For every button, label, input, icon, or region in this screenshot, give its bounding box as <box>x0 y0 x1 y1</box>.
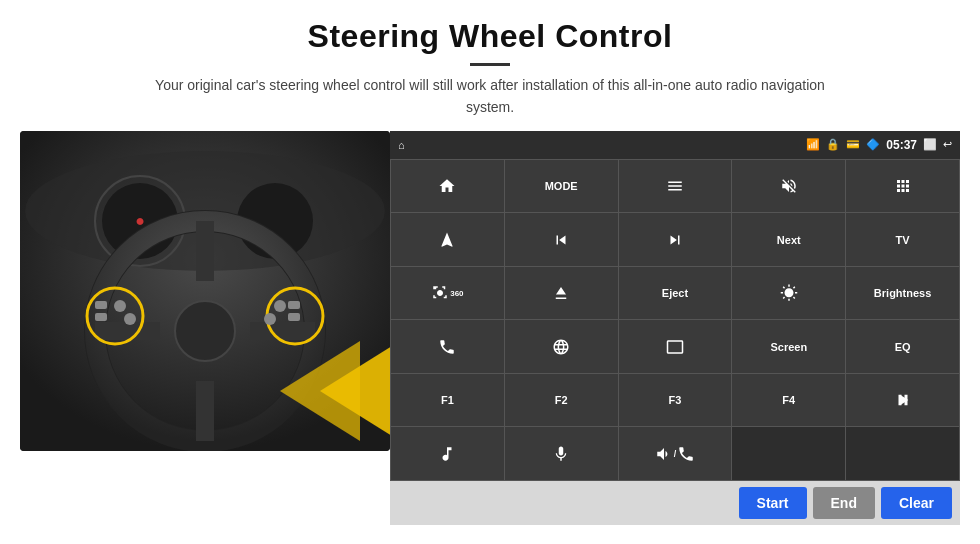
screen-button[interactable] <box>619 320 732 373</box>
radio-button[interactable]: Eject <box>619 267 732 320</box>
media-button[interactable]: TV <box>846 213 959 266</box>
vol-call-button[interactable]: / <box>619 427 732 480</box>
eq-button[interactable]: Screen <box>732 320 845 373</box>
page-header: Steering Wheel Control Your original car… <box>0 0 980 131</box>
panel-bottom: Start End Clear <box>390 481 960 525</box>
playpause-button[interactable] <box>846 374 959 427</box>
status-left: ⌂ <box>398 139 405 151</box>
svg-rect-15 <box>95 301 107 309</box>
brightness-button[interactable] <box>732 267 845 320</box>
f1-button[interactable]: EQ <box>846 320 959 373</box>
status-time: 05:37 <box>886 138 917 152</box>
main-content: ● <box>20 131 960 481</box>
home-button[interactable] <box>391 160 504 213</box>
camera360-button[interactable]: 360 <box>391 267 504 320</box>
svg-point-12 <box>175 301 235 361</box>
phone-button[interactable] <box>391 320 504 373</box>
svg-rect-20 <box>288 313 300 321</box>
home-icon[interactable]: ⌂ <box>398 139 405 151</box>
card-icon: 💳 <box>846 138 860 151</box>
screen-icon: ⬜ <box>923 138 937 151</box>
button-grid: MODE Next <box>390 159 960 481</box>
back-icon[interactable]: ↩ <box>943 138 952 151</box>
svg-rect-19 <box>288 301 300 309</box>
navigate-button[interactable] <box>391 213 504 266</box>
mute-button[interactable] <box>732 160 845 213</box>
svg-point-17 <box>114 300 126 312</box>
f4-button[interactable]: F3 <box>619 374 732 427</box>
spacer <box>20 481 390 525</box>
prev-button[interactable] <box>505 213 618 266</box>
bottom-container: Start End Clear <box>20 481 960 525</box>
dvd-button[interactable]: Brightness <box>846 267 959 320</box>
next-button[interactable] <box>619 213 732 266</box>
lock-icon: 🔒 <box>826 138 840 151</box>
control-panel: ⌂ 📶 🔒 💳 🔷 05:37 ⬜ ↩ MODE <box>390 131 960 481</box>
svg-rect-16 <box>95 313 107 321</box>
eject-button[interactable] <box>505 267 618 320</box>
list-button[interactable] <box>619 160 732 213</box>
wifi-icon: 📶 <box>806 138 820 151</box>
svg-point-18 <box>124 313 136 325</box>
f5-button[interactable]: F4 <box>732 374 845 427</box>
svg-text:●: ● <box>135 212 145 229</box>
browser-button[interactable] <box>505 320 618 373</box>
empty-1 <box>732 427 845 480</box>
svg-point-21 <box>274 300 286 312</box>
steering-wheel-image: ● <box>20 131 390 451</box>
empty-2 <box>846 427 959 480</box>
apps-button[interactable] <box>846 160 959 213</box>
tv-button[interactable]: Next <box>732 213 845 266</box>
status-bar: ⌂ 📶 🔒 💳 🔷 05:37 ⬜ ↩ <box>390 131 960 159</box>
title-divider <box>470 63 510 66</box>
end-button[interactable]: End <box>813 487 875 519</box>
start-button[interactable]: Start <box>739 487 807 519</box>
mode-button[interactable]: MODE <box>505 160 618 213</box>
music-button[interactable] <box>391 427 504 480</box>
f2-button[interactable]: F1 <box>391 374 504 427</box>
page-title: Steering Wheel Control <box>40 18 940 55</box>
bluetooth-icon: 🔷 <box>866 138 880 151</box>
svg-point-22 <box>264 313 276 325</box>
clear-button[interactable]: Clear <box>881 487 952 519</box>
page-description: Your original car's steering wheel contr… <box>140 74 840 119</box>
f3-button[interactable]: F2 <box>505 374 618 427</box>
status-right: 📶 🔒 💳 🔷 05:37 ⬜ ↩ <box>806 138 952 152</box>
mic-button[interactable] <box>505 427 618 480</box>
